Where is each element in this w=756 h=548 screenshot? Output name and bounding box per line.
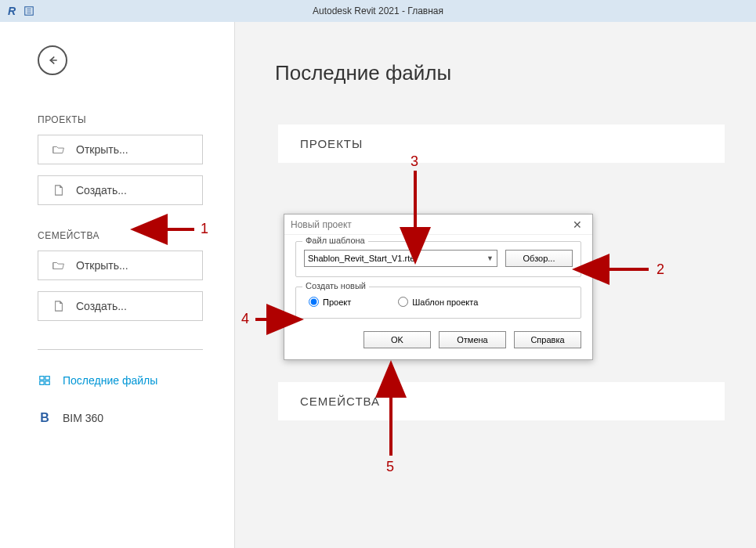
radio-template-input[interactable]: [398, 297, 408, 307]
radio-project[interactable]: Проект: [309, 297, 351, 307]
dialog-title: Новый проект: [291, 219, 352, 230]
new-file-icon: [52, 301, 65, 312]
section-families-bar: СЕМЕЙСТВА: [278, 382, 725, 420]
families-create-label: Создать...: [76, 300, 127, 312]
sidebar-families-heading: СЕМЕЙСТВА: [38, 230, 203, 241]
chevron-down-icon: ▼: [487, 254, 494, 262]
back-button[interactable]: [38, 45, 67, 75]
window-title: Autodesk Revit 2021 - Главная: [313, 5, 443, 16]
sidebar-bim360-label: BIM 360: [63, 412, 103, 424]
section-projects-bar: ПРОЕКТЫ: [278, 124, 725, 163]
sidebar-projects-heading: ПРОЕКТЫ: [38, 114, 203, 125]
projects-create-label: Создать...: [76, 184, 127, 196]
families-open-label: Открыть...: [76, 259, 128, 272]
template-select[interactable]: Shablon_Revit_Start_V1.rte ▼: [304, 250, 497, 267]
template-file-fieldset: Файл шаблона Shablon_Revit_Start_V1.rte …: [295, 241, 581, 277]
families-open-button[interactable]: Открыть...: [38, 251, 203, 280]
sidebar-bim360[interactable]: B BIM 360: [38, 406, 203, 430]
projects-open-button[interactable]: Открыть...: [38, 135, 203, 164]
radio-project-input[interactable]: [309, 297, 319, 307]
dialog-close-button[interactable]: ✕: [569, 216, 586, 233]
new-file-icon: [52, 185, 65, 196]
titlebar: R Autodesk Revit 2021 - Главная: [0, 0, 756, 22]
sidebar-recent-files[interactable]: Последние файлы: [38, 369, 203, 392]
sidebar-divider: [38, 349, 203, 350]
radio-project-label: Проект: [323, 297, 351, 307]
radio-template[interactable]: Шаблон проекта: [398, 297, 478, 307]
create-legend: Создать новый: [302, 281, 369, 290]
revit-logo-icon[interactable]: R: [5, 4, 19, 18]
template-legend: Файл шаблона: [302, 236, 368, 245]
new-project-dialog: Новый проект ✕ Файл шаблона Shablon_Revi…: [284, 214, 593, 360]
help-button[interactable]: Справка: [514, 331, 581, 348]
svg-rect-5: [40, 377, 44, 380]
svg-rect-8: [45, 381, 49, 384]
browse-button[interactable]: Обзор...: [505, 250, 573, 267]
families-create-button[interactable]: Создать...: [38, 291, 203, 321]
radio-template-label: Шаблон проекта: [412, 297, 478, 307]
svg-rect-7: [40, 381, 44, 384]
template-value: Shablon_Revit_Start_V1.rte: [308, 254, 414, 263]
dialog-titlebar[interactable]: Новый проект ✕: [284, 215, 592, 235]
document-icon[interactable]: [22, 4, 36, 18]
close-icon: ✕: [573, 218, 582, 231]
cancel-button[interactable]: Отмена: [439, 331, 506, 348]
projects-open-label: Открыть...: [76, 143, 128, 156]
create-new-fieldset: Создать новый Проект Шаблон проекта: [295, 287, 581, 319]
sidebar-recent-files-label: Последние файлы: [63, 374, 157, 387]
ok-button[interactable]: OK: [364, 331, 431, 348]
recent-icon: [38, 373, 52, 388]
sidebar: ПРОЕКТЫ Открыть... Создать... СЕМЕЙСТВА …: [0, 22, 235, 548]
folder-open-icon: [52, 260, 65, 271]
arrow-left-icon: [45, 53, 60, 67]
page-title: Последние файлы: [275, 61, 725, 85]
folder-open-icon: [52, 144, 65, 155]
bim360-icon: B: [38, 411, 52, 425]
svg-rect-6: [45, 377, 49, 380]
projects-create-button[interactable]: Создать...: [38, 175, 203, 205]
